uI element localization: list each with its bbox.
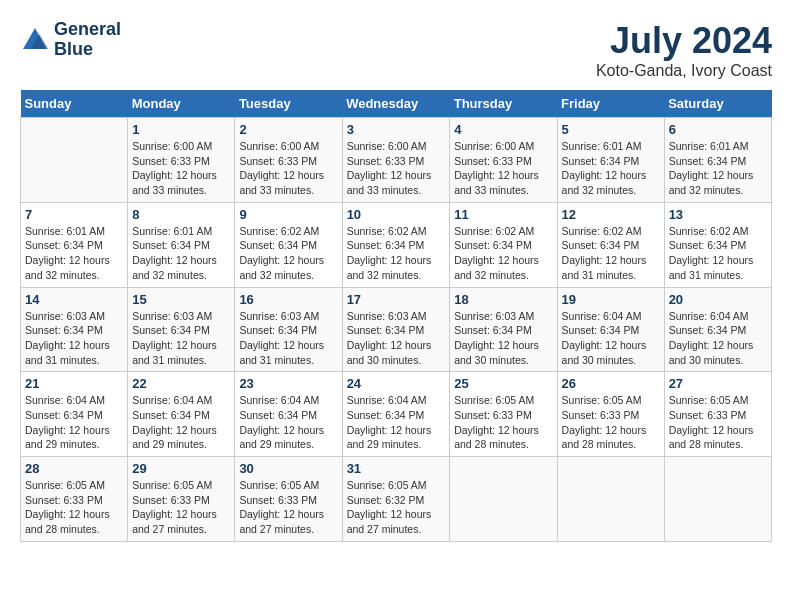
- calendar-cell: 21Sunrise: 6:04 AM Sunset: 6:34 PM Dayli…: [21, 372, 128, 457]
- calendar-cell: 19Sunrise: 6:04 AM Sunset: 6:34 PM Dayli…: [557, 287, 664, 372]
- day-number: 22: [132, 376, 230, 391]
- day-info: Sunrise: 6:05 AM Sunset: 6:32 PM Dayligh…: [347, 478, 446, 537]
- day-info: Sunrise: 6:01 AM Sunset: 6:34 PM Dayligh…: [669, 139, 767, 198]
- weekday-header-friday: Friday: [557, 90, 664, 118]
- day-number: 24: [347, 376, 446, 391]
- calendar-cell: 30Sunrise: 6:05 AM Sunset: 6:33 PM Dayli…: [235, 457, 342, 542]
- calendar-cell: 3Sunrise: 6:00 AM Sunset: 6:33 PM Daylig…: [342, 118, 450, 203]
- day-info: Sunrise: 6:02 AM Sunset: 6:34 PM Dayligh…: [562, 224, 660, 283]
- day-info: Sunrise: 6:00 AM Sunset: 6:33 PM Dayligh…: [132, 139, 230, 198]
- day-number: 5: [562, 122, 660, 137]
- day-info: Sunrise: 6:03 AM Sunset: 6:34 PM Dayligh…: [25, 309, 123, 368]
- day-info: Sunrise: 6:04 AM Sunset: 6:34 PM Dayligh…: [562, 309, 660, 368]
- calendar-cell: 15Sunrise: 6:03 AM Sunset: 6:34 PM Dayli…: [128, 287, 235, 372]
- calendar-cell: 4Sunrise: 6:00 AM Sunset: 6:33 PM Daylig…: [450, 118, 557, 203]
- calendar-cell: [450, 457, 557, 542]
- calendar-cell: 11Sunrise: 6:02 AM Sunset: 6:34 PM Dayli…: [450, 202, 557, 287]
- calendar-cell: [21, 118, 128, 203]
- calendar-cell: [664, 457, 771, 542]
- calendar-cell: 24Sunrise: 6:04 AM Sunset: 6:34 PM Dayli…: [342, 372, 450, 457]
- calendar-cell: 18Sunrise: 6:03 AM Sunset: 6:34 PM Dayli…: [450, 287, 557, 372]
- weekday-header-wednesday: Wednesday: [342, 90, 450, 118]
- day-number: 7: [25, 207, 123, 222]
- title-area: July 2024 Koto-Ganda, Ivory Coast: [596, 20, 772, 80]
- day-number: 21: [25, 376, 123, 391]
- weekday-header-saturday: Saturday: [664, 90, 771, 118]
- day-number: 23: [239, 376, 337, 391]
- day-number: 16: [239, 292, 337, 307]
- day-info: Sunrise: 6:04 AM Sunset: 6:34 PM Dayligh…: [239, 393, 337, 452]
- calendar-cell: 1Sunrise: 6:00 AM Sunset: 6:33 PM Daylig…: [128, 118, 235, 203]
- calendar-cell: 28Sunrise: 6:05 AM Sunset: 6:33 PM Dayli…: [21, 457, 128, 542]
- day-number: 19: [562, 292, 660, 307]
- day-number: 9: [239, 207, 337, 222]
- weekday-header-row: SundayMondayTuesdayWednesdayThursdayFrid…: [21, 90, 772, 118]
- calendar-cell: 29Sunrise: 6:05 AM Sunset: 6:33 PM Dayli…: [128, 457, 235, 542]
- week-row-5: 28Sunrise: 6:05 AM Sunset: 6:33 PM Dayli…: [21, 457, 772, 542]
- calendar-cell: 20Sunrise: 6:04 AM Sunset: 6:34 PM Dayli…: [664, 287, 771, 372]
- day-number: 2: [239, 122, 337, 137]
- day-info: Sunrise: 6:03 AM Sunset: 6:34 PM Dayligh…: [132, 309, 230, 368]
- day-info: Sunrise: 6:00 AM Sunset: 6:33 PM Dayligh…: [347, 139, 446, 198]
- day-number: 27: [669, 376, 767, 391]
- calendar-cell: 10Sunrise: 6:02 AM Sunset: 6:34 PM Dayli…: [342, 202, 450, 287]
- day-info: Sunrise: 6:03 AM Sunset: 6:34 PM Dayligh…: [239, 309, 337, 368]
- day-number: 13: [669, 207, 767, 222]
- calendar-cell: 23Sunrise: 6:04 AM Sunset: 6:34 PM Dayli…: [235, 372, 342, 457]
- day-info: Sunrise: 6:04 AM Sunset: 6:34 PM Dayligh…: [132, 393, 230, 452]
- day-info: Sunrise: 6:04 AM Sunset: 6:34 PM Dayligh…: [669, 309, 767, 368]
- day-number: 10: [347, 207, 446, 222]
- day-number: 12: [562, 207, 660, 222]
- calendar-cell: 8Sunrise: 6:01 AM Sunset: 6:34 PM Daylig…: [128, 202, 235, 287]
- day-info: Sunrise: 6:04 AM Sunset: 6:34 PM Dayligh…: [347, 393, 446, 452]
- day-number: 26: [562, 376, 660, 391]
- day-number: 25: [454, 376, 552, 391]
- weekday-header-sunday: Sunday: [21, 90, 128, 118]
- logo-text: General Blue: [54, 20, 121, 60]
- calendar-cell: 17Sunrise: 6:03 AM Sunset: 6:34 PM Dayli…: [342, 287, 450, 372]
- day-number: 18: [454, 292, 552, 307]
- day-info: Sunrise: 6:05 AM Sunset: 6:33 PM Dayligh…: [669, 393, 767, 452]
- day-number: 30: [239, 461, 337, 476]
- day-info: Sunrise: 6:02 AM Sunset: 6:34 PM Dayligh…: [454, 224, 552, 283]
- day-info: Sunrise: 6:01 AM Sunset: 6:34 PM Dayligh…: [562, 139, 660, 198]
- day-info: Sunrise: 6:01 AM Sunset: 6:34 PM Dayligh…: [25, 224, 123, 283]
- day-info: Sunrise: 6:02 AM Sunset: 6:34 PM Dayligh…: [669, 224, 767, 283]
- calendar-cell: 27Sunrise: 6:05 AM Sunset: 6:33 PM Dayli…: [664, 372, 771, 457]
- weekday-header-tuesday: Tuesday: [235, 90, 342, 118]
- day-number: 6: [669, 122, 767, 137]
- day-info: Sunrise: 6:02 AM Sunset: 6:34 PM Dayligh…: [347, 224, 446, 283]
- day-number: 17: [347, 292, 446, 307]
- day-info: Sunrise: 6:01 AM Sunset: 6:34 PM Dayligh…: [132, 224, 230, 283]
- day-info: Sunrise: 6:05 AM Sunset: 6:33 PM Dayligh…: [25, 478, 123, 537]
- day-number: 8: [132, 207, 230, 222]
- day-info: Sunrise: 6:05 AM Sunset: 6:33 PM Dayligh…: [562, 393, 660, 452]
- day-number: 20: [669, 292, 767, 307]
- location: Koto-Ganda, Ivory Coast: [596, 62, 772, 80]
- day-info: Sunrise: 6:05 AM Sunset: 6:33 PM Dayligh…: [239, 478, 337, 537]
- month-title: July 2024: [596, 20, 772, 62]
- calendar-cell: 26Sunrise: 6:05 AM Sunset: 6:33 PM Dayli…: [557, 372, 664, 457]
- calendar-cell: 22Sunrise: 6:04 AM Sunset: 6:34 PM Dayli…: [128, 372, 235, 457]
- calendar-cell: 7Sunrise: 6:01 AM Sunset: 6:34 PM Daylig…: [21, 202, 128, 287]
- calendar-cell: [557, 457, 664, 542]
- calendar-cell: 2Sunrise: 6:00 AM Sunset: 6:33 PM Daylig…: [235, 118, 342, 203]
- calendar-cell: 5Sunrise: 6:01 AM Sunset: 6:34 PM Daylig…: [557, 118, 664, 203]
- day-info: Sunrise: 6:03 AM Sunset: 6:34 PM Dayligh…: [347, 309, 446, 368]
- day-info: Sunrise: 6:00 AM Sunset: 6:33 PM Dayligh…: [454, 139, 552, 198]
- calendar-cell: 12Sunrise: 6:02 AM Sunset: 6:34 PM Dayli…: [557, 202, 664, 287]
- day-info: Sunrise: 6:03 AM Sunset: 6:34 PM Dayligh…: [454, 309, 552, 368]
- day-number: 3: [347, 122, 446, 137]
- logo-icon: [20, 25, 50, 55]
- week-row-3: 14Sunrise: 6:03 AM Sunset: 6:34 PM Dayli…: [21, 287, 772, 372]
- calendar-cell: 16Sunrise: 6:03 AM Sunset: 6:34 PM Dayli…: [235, 287, 342, 372]
- calendar-cell: 25Sunrise: 6:05 AM Sunset: 6:33 PM Dayli…: [450, 372, 557, 457]
- calendar-cell: 13Sunrise: 6:02 AM Sunset: 6:34 PM Dayli…: [664, 202, 771, 287]
- header: General Blue July 2024 Koto-Ganda, Ivory…: [20, 20, 772, 80]
- calendar-cell: 6Sunrise: 6:01 AM Sunset: 6:34 PM Daylig…: [664, 118, 771, 203]
- logo: General Blue: [20, 20, 121, 60]
- calendar-cell: 9Sunrise: 6:02 AM Sunset: 6:34 PM Daylig…: [235, 202, 342, 287]
- day-info: Sunrise: 6:05 AM Sunset: 6:33 PM Dayligh…: [454, 393, 552, 452]
- day-info: Sunrise: 6:00 AM Sunset: 6:33 PM Dayligh…: [239, 139, 337, 198]
- day-number: 4: [454, 122, 552, 137]
